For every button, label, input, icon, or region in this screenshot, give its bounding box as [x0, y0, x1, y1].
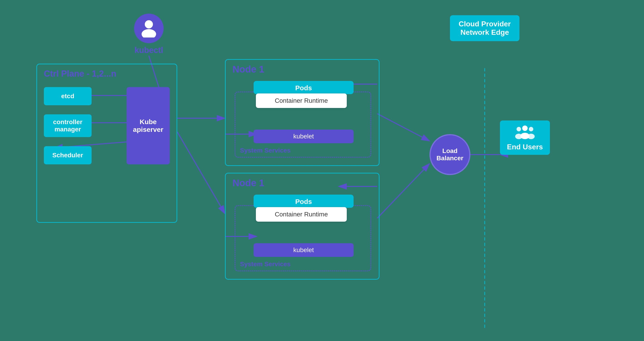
node1-kubelet: kubelet: [254, 130, 354, 143]
kube-apiserver-component: Kube apiserver: [126, 87, 170, 164]
node1-title: Node 1: [232, 64, 264, 75]
cloud-provider-box: Cloud Provider Network Edge: [450, 15, 520, 41]
kubectl-label: kubectl: [134, 46, 163, 55]
node1-pods-box: Pods Container Runtime: [254, 81, 354, 94]
node2-system-services-label: System Services: [240, 260, 291, 268]
kubectl-component: kubectl: [127, 14, 170, 55]
svg-point-23: [515, 134, 522, 139]
person-icon: [140, 19, 158, 38]
node1-system-services-box: Pods Container Runtime kubelet System Se…: [235, 92, 371, 158]
svg-point-19: [142, 29, 156, 38]
users-icon: [515, 125, 535, 141]
svg-point-22: [516, 127, 521, 131]
node1-box: Node 1 Pods Container Runtime kubelet Sy…: [225, 59, 380, 166]
scheduler-component: Scheduler: [44, 146, 92, 164]
svg-line-15: [377, 164, 430, 218]
end-users-label: End Users: [507, 143, 543, 151]
node2-title: Node 1: [232, 178, 264, 188]
ctrl-plane-box: Ctrl Plane - 1,2...n etcd controller man…: [36, 64, 177, 223]
node2-system-services-box: Pods Container Runtime kubelet System Se…: [235, 205, 371, 271]
svg-point-25: [528, 134, 535, 139]
svg-line-9: [177, 132, 225, 214]
node2-kubelet: kubelet: [254, 243, 354, 257]
controller-manager-component: controller manager: [44, 114, 92, 137]
diagram-container: kubectl Ctrl Plane - 1,2...n etcd contro…: [0, 0, 644, 341]
kubectl-icon: [134, 14, 164, 43]
svg-point-20: [522, 126, 528, 131]
node2-pods-box: Pods Container Runtime: [254, 195, 354, 208]
load-balancer-circle: Load Balancer: [430, 134, 470, 175]
svg-point-24: [529, 127, 533, 131]
node1-system-services-label: System Services: [240, 147, 291, 154]
end-users-box: End Users: [500, 121, 550, 155]
etcd-component: etcd: [44, 87, 92, 105]
svg-point-18: [145, 20, 153, 29]
svg-line-12: [377, 114, 430, 141]
ctrl-plane-title: Ctrl Plane - 1,2...n: [44, 69, 116, 79]
node1-container-runtime: Container Runtime: [256, 93, 347, 108]
node2-box: Node 1 Pods Container Runtime kubelet Sy…: [225, 173, 380, 280]
node2-container-runtime: Container Runtime: [256, 207, 347, 222]
